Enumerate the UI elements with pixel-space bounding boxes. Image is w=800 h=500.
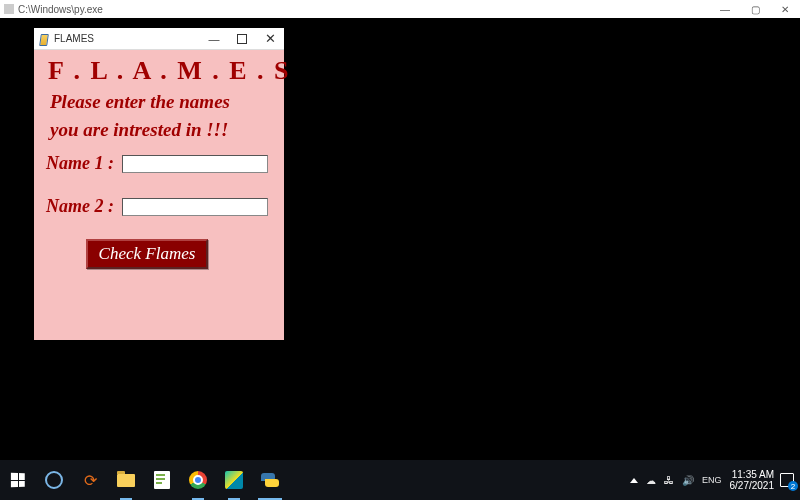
console-minimize-button[interactable]: — [710, 0, 740, 18]
flames-close-button[interactable]: ✕ [256, 28, 284, 50]
taskbar-clock[interactable]: 11:35 AM 6/27/2021 [730, 469, 775, 492]
console-titlebar[interactable]: C:\Windows\py.exe — ▢ ✕ [0, 0, 800, 18]
tray-overflow-icon[interactable] [630, 478, 638, 483]
instruction-line2: you are intrested in !!! [50, 119, 228, 140]
instruction-text: Please enter the names you are intrested… [50, 88, 274, 143]
language-icon[interactable]: ENG [702, 475, 722, 485]
check-flames-button[interactable]: Check Flames [86, 239, 208, 269]
action-center-button[interactable]: 2 [780, 473, 794, 487]
python-taskbar[interactable] [252, 460, 288, 500]
flames-minimize-button[interactable]: — [200, 28, 228, 50]
console-close-button[interactable]: ✕ [770, 0, 800, 18]
console-window-controls: — ▢ ✕ [710, 0, 800, 18]
volume-icon[interactable]: 🔊 [682, 475, 694, 486]
name1-row: Name 1 : [46, 153, 274, 174]
python-icon [260, 470, 280, 490]
flames-window: FLAMES — ✕ F . L . A . M . E . S Please … [34, 28, 284, 340]
system-tray[interactable]: ☁ 🖧 🔊 ENG [630, 475, 722, 486]
notification-badge: 2 [788, 481, 798, 491]
console-title: C:\Windows\py.exe [18, 4, 103, 15]
onedrive-icon[interactable]: ☁ [646, 475, 656, 486]
start-button[interactable] [0, 460, 36, 500]
console-app-icon [4, 4, 14, 14]
flames-window-controls: — ✕ [200, 28, 284, 50]
chrome-taskbar[interactable] [180, 460, 216, 500]
flames-body: F . L . A . M . E . S Please enter the n… [34, 50, 284, 340]
pycharm-icon [224, 470, 244, 490]
clock-time: 11:35 AM [730, 469, 775, 481]
pycharm-taskbar[interactable] [216, 460, 252, 500]
cortana-button[interactable] [36, 460, 72, 500]
instruction-line1: Please enter the names [50, 91, 230, 112]
console-window: C:\Windows\py.exe — ▢ ✕ FLAMES — ✕ F . L… [0, 0, 800, 460]
notepad-plus-icon [152, 470, 172, 490]
name2-label: Name 2 : [46, 196, 122, 217]
flames-titlebar[interactable]: FLAMES — ✕ [34, 28, 284, 50]
name1-label: Name 1 : [46, 153, 122, 174]
flames-maximize-button[interactable] [228, 28, 256, 50]
taskbar-left: ⟳ [0, 460, 288, 500]
loop-icon: ⟳ [80, 470, 100, 490]
cortana-icon [44, 470, 64, 490]
windows-logo-icon [8, 470, 28, 490]
network-icon[interactable]: 🖧 [664, 475, 674, 486]
file-explorer-icon [116, 470, 136, 490]
tk-feather-icon [38, 33, 50, 45]
notepad-plus-taskbar[interactable] [144, 460, 180, 500]
task-view-button[interactable]: ⟳ [72, 460, 108, 500]
name2-row: Name 2 : [46, 196, 274, 217]
taskbar-right: ☁ 🖧 🔊 ENG 11:35 AM 6/27/2021 2 [630, 460, 800, 500]
name1-input[interactable] [122, 155, 268, 173]
app-title: F . L . A . M . E . S [48, 56, 274, 86]
taskbar: ⟳ [0, 460, 800, 500]
chrome-icon [188, 470, 208, 490]
file-explorer-taskbar[interactable] [108, 460, 144, 500]
clock-date: 6/27/2021 [730, 480, 775, 492]
name2-input[interactable] [122, 198, 268, 216]
console-maximize-button[interactable]: ▢ [740, 0, 770, 18]
flames-window-title: FLAMES [54, 33, 94, 44]
